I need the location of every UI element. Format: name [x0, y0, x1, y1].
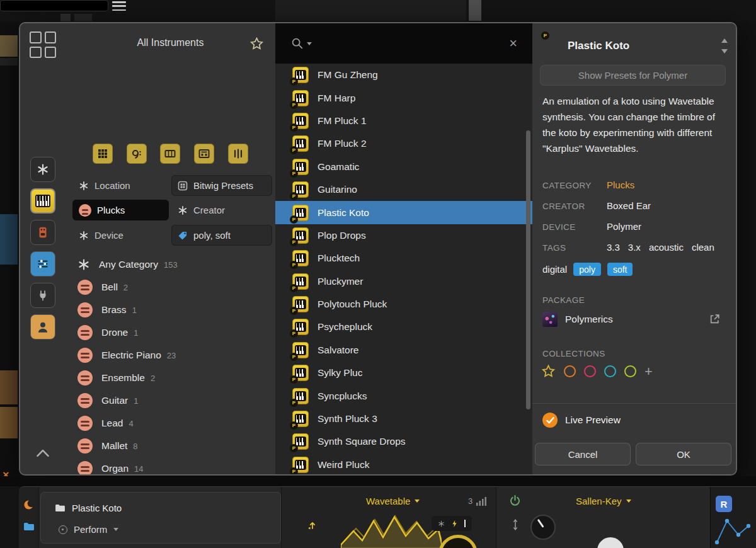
tag[interactable]: 3.3 — [607, 242, 620, 253]
favorite-star-icon[interactable] — [249, 37, 264, 51]
show-presets-button[interactable]: Show Presets for Polymer — [540, 65, 726, 86]
filter-location[interactable]: Location — [72, 175, 169, 196]
collection-star-icon[interactable] — [541, 364, 556, 379]
category-count: 1 — [134, 396, 138, 406]
filter-preset-source[interactable]: Bitwig Presets — [171, 175, 272, 196]
category-row[interactable]: Ensemble 2 — [66, 367, 275, 389]
category-row[interactable]: Brass 1 — [66, 299, 275, 321]
tag[interactable]: 3.x — [628, 242, 641, 253]
results-scrollbar[interactable] — [526, 130, 530, 409]
category-count: 4 — [129, 419, 133, 428]
category-row[interactable]: Guitar 1 — [66, 389, 275, 412]
filter-tags[interactable]: poly, soft — [171, 225, 272, 246]
filter-device[interactable]: Device — [72, 225, 169, 246]
preset-row[interactable]: P Pluckymer — [275, 270, 532, 293]
preset-row[interactable]: P Plastic Koto — [275, 201, 532, 224]
preset-name: Sylky Pluc — [318, 367, 363, 379]
preset-row[interactable]: P Salvatore — [275, 339, 532, 362]
cancel-button[interactable]: Cancel — [535, 443, 631, 465]
creator-value[interactable]: Boxed Ear — [607, 200, 651, 211]
preset-row[interactable]: P Sylky Pluc — [275, 362, 532, 384]
instruments-tab-icon[interactable] — [30, 188, 55, 214]
ok-button[interactable]: OK — [636, 443, 731, 465]
modulators-tab-icon[interactable] — [30, 251, 55, 277]
moon-icon[interactable] — [24, 499, 35, 510]
wavetable-knob[interactable] — [438, 535, 478, 548]
wavetable-selector[interactable]: Wavetable — [366, 496, 420, 506]
updown-arrows-icon[interactable] — [512, 518, 519, 531]
perform-selector[interactable]: Perform — [59, 524, 118, 535]
preset-row[interactable]: P FM Pluck 1 — [275, 110, 532, 132]
preset-row[interactable]: P Goamatic — [275, 156, 532, 178]
smart-collection-icon[interactable] — [30, 157, 55, 182]
preset-row[interactable]: P FM Pluck 2 — [275, 132, 532, 155]
preset-row[interactable]: P FM Gu Zheng — [275, 64, 532, 86]
category-row[interactable]: Electric Piano 23 — [66, 344, 275, 367]
category-value[interactable]: Plucks — [607, 180, 634, 190]
search-input[interactable] — [319, 38, 509, 49]
category-row[interactable]: Organ 14 — [66, 457, 275, 476]
wavetable-mode-box[interactable] — [432, 516, 472, 531]
live-preview-toggle[interactable] — [542, 413, 558, 428]
preset-row[interactable]: P Synth Square Drops — [275, 430, 532, 453]
category-row[interactable]: Bell 2 — [66, 276, 275, 299]
external-link-icon[interactable] — [709, 313, 721, 325]
tag[interactable]: digital — [542, 264, 567, 275]
search-close-icon[interactable]: × — [509, 37, 517, 50]
package-row[interactable]: Polymerics — [542, 312, 613, 327]
tag[interactable]: clean — [692, 242, 714, 253]
category-row[interactable]: Drone 1 — [66, 321, 275, 344]
preset-row[interactable]: P Plop Drops — [275, 224, 532, 247]
category-row[interactable]: Mallet 8 — [66, 435, 275, 457]
type-icon-drum-machine[interactable] — [194, 144, 214, 164]
modulation-curve[interactable] — [713, 515, 753, 548]
record-badge[interactable]: R — [716, 496, 732, 512]
preset-row[interactable]: P Weird Pluck — [275, 454, 532, 476]
add-collection-icon[interactable]: + — [644, 365, 653, 379]
filter-type-selector[interactable]: Sallen-Key — [576, 496, 631, 506]
instrument-preset-icon: P — [292, 296, 309, 312]
collapse-chevron-icon[interactable] — [36, 448, 50, 458]
wavetable-waveform[interactable] — [341, 512, 442, 548]
collection-circle-icon[interactable] — [564, 365, 576, 377]
user-content-tab-icon[interactable] — [30, 314, 55, 340]
type-icon-synth[interactable] — [160, 144, 180, 164]
category-row-any[interactable]: Any Category 153 — [66, 253, 275, 276]
search-caret-icon[interactable] — [307, 42, 312, 45]
preset-row[interactable]: P Polytouch Pluck — [275, 293, 532, 316]
tag[interactable]: acoustic — [649, 242, 684, 253]
pitch-arrow-icon[interactable] — [307, 520, 317, 530]
type-icon-keys[interactable] — [93, 144, 113, 164]
filter-creator[interactable]: Creator — [171, 200, 272, 220]
tag-pill[interactable]: soft — [607, 263, 633, 276]
collection-circle-icon[interactable] — [624, 365, 636, 377]
preset-row[interactable]: P Psychepluck — [275, 316, 532, 338]
filter-category[interactable]: Plucks — [72, 200, 169, 220]
resonance-knob[interactable] — [596, 536, 625, 548]
background-scrollbar[interactable] — [469, 0, 481, 21]
type-icon-bass-clef[interactable] — [127, 144, 147, 164]
power-icon[interactable] — [509, 494, 521, 506]
preset-spinner[interactable] — [721, 37, 728, 55]
type-icon-organ[interactable] — [228, 144, 248, 164]
grid-view-icon[interactable] — [30, 31, 56, 58]
bar-icon — [464, 520, 466, 527]
plugins-tab-icon[interactable] — [30, 283, 55, 308]
preset-row[interactable]: P Guitarino — [275, 178, 532, 201]
preset-row[interactable]: P Synth Pluck 3 — [275, 408, 532, 430]
preset-row[interactable]: P Syncplucks — [275, 384, 532, 407]
filter-type-label: Sallen-Key — [576, 496, 622, 506]
preset-row[interactable]: P Plucktech — [275, 247, 532, 270]
effects-tab-icon[interactable] — [30, 220, 55, 245]
category-icon — [77, 461, 93, 476]
tag-pill[interactable]: poly — [573, 263, 601, 276]
category-row[interactable]: Lead 4 — [66, 412, 275, 435]
track-row[interactable]: Plastic Koto — [55, 503, 122, 513]
cutoff-knob[interactable] — [530, 515, 556, 540]
device-value[interactable]: Polymer — [607, 221, 641, 232]
hamburger-icon[interactable] — [112, 1, 126, 11]
collection-circle-icon[interactable] — [604, 365, 616, 377]
preset-row[interactable]: P FM Harp — [275, 86, 532, 109]
folder-icon-blue[interactable] — [23, 522, 35, 531]
collection-circle-icon[interactable] — [584, 365, 596, 377]
